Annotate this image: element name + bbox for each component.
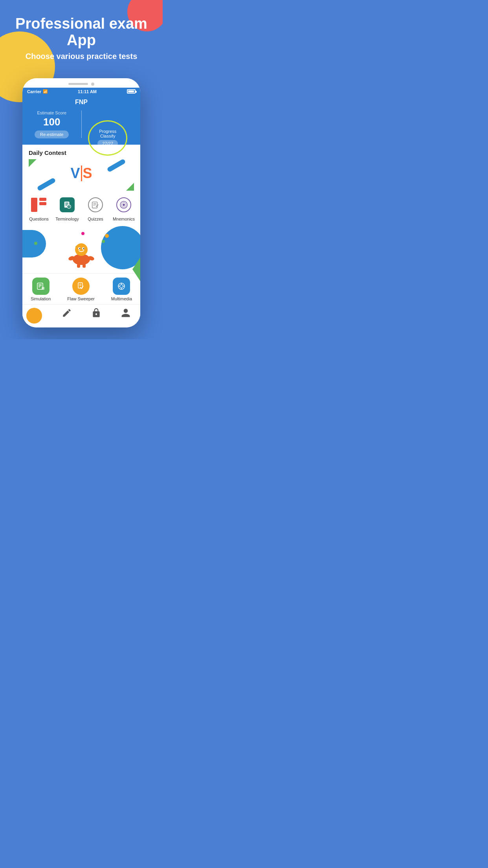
carrier-label: Carrier (27, 89, 41, 94)
simulation-label: Simulation (31, 296, 51, 301)
wifi-icon: 📶 (43, 89, 48, 94)
spacer (0, 327, 163, 339)
q-block-sm-1 (39, 198, 46, 201)
quizzes-icon-wrap (86, 195, 105, 214)
progress-circle: Progress Classify 27/27 (88, 120, 127, 156)
dec-orange-circle (26, 308, 42, 324)
lock-icon (91, 308, 101, 318)
progress-value-button[interactable]: 27/27 (97, 140, 118, 147)
phone-bottom-tabs: Simulation Flaw Sweeper (22, 273, 140, 304)
battery-icon (127, 89, 136, 94)
status-bar: Carrier 📶 11:11 AM (22, 88, 140, 96)
vs-s-letter: S (83, 165, 92, 182)
vs-divider (81, 166, 82, 181)
svg-rect-6 (92, 202, 97, 208)
progress-label: Progress (99, 129, 116, 134)
tab-flaw-sweeper[interactable]: Flaw Sweeper (67, 278, 95, 301)
svg-rect-17 (77, 264, 80, 268)
terminology-icon-wrap: T (58, 195, 77, 214)
daily-contest-section: Daily Contest V S (22, 145, 140, 191)
menu-grid: Questions T Ter (22, 191, 140, 226)
phone-mockup: Carrier 📶 11:11 AM FNP Estimate Score 10… (22, 78, 140, 327)
quizzes-icon (88, 197, 103, 212)
app-subtitle: Choose various practice tests (8, 52, 155, 61)
svg-point-14 (75, 243, 88, 256)
q-block-sm-2 (39, 202, 46, 205)
svg-point-21 (79, 248, 81, 249)
vs-v-letter: V (70, 165, 80, 182)
mnemonics-svg (119, 200, 128, 210)
phone-top-bar (22, 78, 140, 88)
battery-fill (128, 90, 134, 92)
score-divider (81, 110, 82, 138)
vs-text: V S (70, 165, 92, 182)
quizzes-label: Quizzes (88, 217, 103, 221)
terminology-label: Terminology (55, 217, 79, 221)
profile-icon (121, 308, 131, 318)
flaw-sweeper-icon-bg (72, 278, 90, 295)
svg-rect-27 (42, 287, 44, 290)
progress-sublabel: Classify (100, 134, 116, 138)
vs-container[interactable]: V S (29, 159, 134, 191)
nav-lock[interactable] (91, 308, 101, 318)
corner-green-right (126, 183, 134, 191)
nav-profile[interactable] (121, 308, 131, 318)
tab-simulation[interactable]: Simulation (31, 278, 51, 301)
svg-point-22 (83, 248, 84, 249)
mnemonics-icon-wrap (114, 195, 133, 214)
time-label: 11:11 AM (78, 89, 97, 94)
multimedia-label: Multimedia (111, 296, 132, 301)
simulation-icon-bg (32, 278, 50, 295)
svg-point-12 (123, 204, 125, 206)
questions-label: Questions (29, 217, 49, 221)
questions-icon-wrap (29, 195, 48, 214)
header-section: Professional exam App Choose various pra… (0, 0, 163, 78)
phone-camera (91, 83, 94, 86)
q-block-large (31, 198, 37, 212)
re-estimate-button[interactable]: Re-estimate (35, 131, 69, 138)
multimedia-icon-bg (113, 278, 130, 295)
pen-icon (62, 308, 72, 318)
app-title: Professional exam App (8, 16, 155, 49)
flaw-sweeper-icon (76, 281, 86, 291)
questions-icon (31, 198, 47, 212)
score-left: Estimate Score 100 Re-estimate (29, 110, 81, 138)
menu-item-mnemonics[interactable]: Mnemonics (110, 195, 137, 221)
screen-title: FNP (29, 99, 134, 106)
menu-item-quizzes[interactable]: Quizzes (82, 195, 109, 221)
status-left: Carrier 📶 (27, 89, 48, 94)
vs-shape-right (106, 159, 126, 173)
estimate-score-value: 100 (29, 116, 75, 128)
flaw-sweeper-label: Flaw Sweeper (67, 296, 95, 301)
terminology-icon: T (60, 197, 75, 212)
mnemonics-icon (116, 197, 131, 212)
menu-item-terminology[interactable]: T Terminology (54, 195, 81, 221)
flaw-sweeper-character (64, 234, 99, 269)
vs-shape-left (37, 177, 56, 191)
white-bg-section: Simulation Flaw Sweeper (22, 226, 140, 327)
menu-item-questions[interactable]: Questions (26, 195, 52, 221)
mnemonics-label: Mnemonics (113, 217, 135, 221)
flaw-sweeper-character-area (22, 226, 140, 273)
tab-multimedia[interactable]: Multimedia (111, 278, 132, 301)
multimedia-icon (117, 281, 126, 291)
svg-point-32 (120, 285, 123, 288)
estimate-score-label: Estimate Score (29, 110, 75, 115)
nav-pen[interactable] (62, 308, 72, 318)
quizzes-svg (91, 200, 100, 209)
score-row: Estimate Score 100 Re-estimate Progress … (29, 110, 134, 138)
corner-green-left (29, 159, 37, 167)
svg-rect-18 (83, 264, 86, 268)
svg-text:T: T (68, 205, 70, 208)
score-header: FNP Estimate Score 100 Re-estimate Progr… (22, 96, 140, 145)
simulation-icon (36, 281, 46, 291)
terminology-svg: T (63, 200, 72, 209)
phone-speaker (68, 83, 88, 85)
